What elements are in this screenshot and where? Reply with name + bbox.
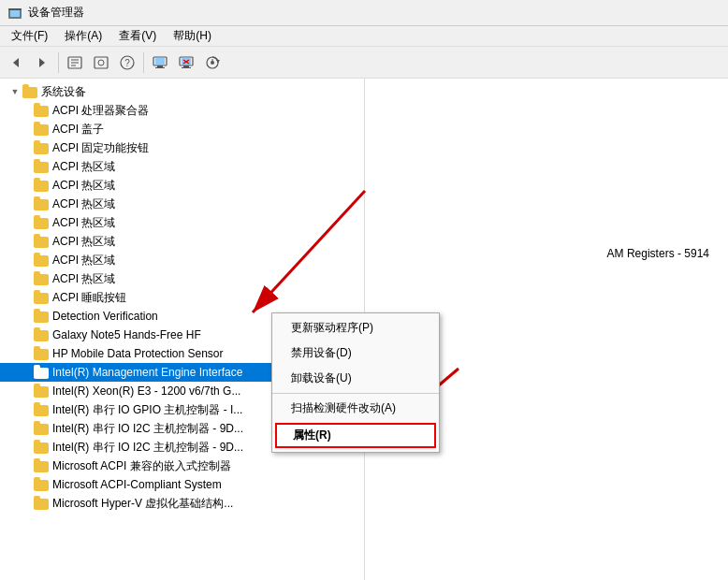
tree-item[interactable]: ACPI 热区域 bbox=[0, 269, 364, 288]
tree-item[interactable]: ACPI 盖子 bbox=[0, 120, 364, 138]
tree-item-label: ACPI 热区域 bbox=[52, 253, 115, 268]
expand-icon[interactable]: ▼ bbox=[7, 84, 22, 99]
svg-rect-22 bbox=[182, 67, 191, 68]
leaf-spacer bbox=[19, 496, 34, 511]
leaf-spacer bbox=[19, 159, 34, 174]
device-folder-icon bbox=[34, 178, 49, 193]
ctx-item-update-driver[interactable]: 更新驱动程序(P) bbox=[272, 315, 439, 341]
leaf-spacer bbox=[19, 458, 34, 473]
device-folder-icon bbox=[34, 103, 49, 118]
tree-item-label: Intel(R) Management Engine Interface bbox=[52, 366, 242, 379]
forward-button[interactable] bbox=[30, 51, 54, 75]
tree-item-label: Intel(R) 串行 IO I2C 主机控制器 - 9D... bbox=[52, 440, 243, 456]
leaf-spacer bbox=[19, 290, 34, 305]
svg-rect-15 bbox=[157, 65, 163, 67]
svg-marker-3 bbox=[13, 58, 19, 67]
tree-item-label: ACPI 盖子 bbox=[52, 122, 104, 138]
device-folder-icon bbox=[34, 458, 49, 473]
leaf-spacer bbox=[19, 327, 34, 342]
device-folder-icon bbox=[34, 290, 49, 305]
ctx-separator bbox=[272, 393, 439, 394]
tree-item[interactable]: ACPI 热区域 bbox=[0, 176, 364, 195]
tree-item-label: Intel(R) Xeon(R) E3 - 1200 v6/7th G... bbox=[52, 384, 240, 398]
svg-marker-24 bbox=[216, 60, 220, 63]
tree-item[interactable]: ACPI 睡眠按钮 bbox=[0, 288, 364, 307]
tree-item-label: ACPI 睡眠按钮 bbox=[52, 290, 126, 306]
leaf-spacer bbox=[19, 477, 34, 492]
svg-rect-16 bbox=[155, 67, 165, 68]
leaf-spacer bbox=[19, 440, 34, 455]
menu-action[interactable]: 操作(A) bbox=[57, 26, 109, 46]
device-folder-icon bbox=[34, 496, 49, 511]
tree-root[interactable]: ▼ 系统设备 bbox=[0, 82, 364, 101]
properties-toolbar-button[interactable] bbox=[63, 51, 87, 75]
help-button[interactable]: ? bbox=[115, 51, 139, 75]
tree-item[interactable]: ACPI 固定功能按钮 bbox=[0, 138, 364, 157]
tree-item-label: ACPI 处理器聚合器 bbox=[52, 103, 149, 119]
svg-rect-14 bbox=[155, 58, 165, 65]
main-content: ▼ 系统设备 ACPI 处理器聚合器 ACPI 盖子 ACPI 固定功能按钮 A… bbox=[0, 79, 728, 580]
show-hidden-button[interactable] bbox=[89, 51, 113, 75]
tree-item[interactable]: ACPI 热区域 bbox=[0, 232, 364, 251]
menu-view[interactable]: 查看(V) bbox=[111, 26, 164, 46]
tree-item-label: ACPI 固定功能按钮 bbox=[52, 140, 149, 156]
tree-item-label: ACPI 热区域 bbox=[52, 196, 115, 212]
device-folder-icon bbox=[34, 122, 49, 137]
tree-item[interactable]: ACPI 热区域 bbox=[0, 157, 364, 176]
device-folder-icon bbox=[34, 271, 49, 286]
tree-item[interactable]: ACPI 热区域 bbox=[0, 213, 364, 232]
tree-item[interactable]: ACPI 处理器聚合器 bbox=[0, 101, 364, 120]
device-folder-icon bbox=[34, 346, 49, 361]
tree-item-label: HP Mobile Data Protection Sensor bbox=[52, 347, 224, 360]
device-folder-icon bbox=[34, 440, 49, 455]
tree-item-label: Microsoft Hyper-V 虚拟化基础结构... bbox=[52, 496, 233, 512]
tree-item-label: Microsoft ACPI 兼容的嵌入式控制器 bbox=[52, 458, 231, 474]
tree-item[interactable]: ACPI 热区域 bbox=[0, 251, 364, 269]
device-folder-icon bbox=[34, 365, 49, 380]
svg-marker-4 bbox=[39, 58, 45, 67]
leaf-spacer bbox=[19, 140, 34, 155]
toolbar: ? bbox=[0, 47, 728, 79]
tree-item-label: Intel(R) 串行 IO GPIO 主机控制器 - I... bbox=[52, 402, 242, 418]
device-folder-icon bbox=[34, 309, 49, 324]
window-title: 设备管理器 bbox=[28, 5, 84, 21]
leaf-spacer bbox=[19, 384, 34, 399]
device-folder-icon bbox=[34, 384, 49, 399]
menu-help[interactable]: 帮助(H) bbox=[166, 26, 219, 46]
tree-item[interactable]: Microsoft Hyper-V 虚拟化基础结构... bbox=[0, 494, 364, 513]
svg-rect-1 bbox=[10, 10, 20, 17]
tree-item[interactable]: Microsoft ACPI 兼容的嵌入式控制器 bbox=[0, 457, 364, 475]
folder-icon bbox=[22, 84, 37, 99]
leaf-spacer bbox=[19, 421, 34, 436]
menu-file[interactable]: 文件(F) bbox=[4, 26, 55, 46]
tree-item-label: ACPI 热区域 bbox=[52, 234, 115, 250]
ctx-item-disable-device[interactable]: 禁用设备(D) bbox=[272, 341, 439, 366]
device-folder-icon bbox=[34, 196, 49, 211]
toolbar-separator-2 bbox=[143, 52, 144, 73]
right-panel-text: AM Registers - 5914 bbox=[607, 247, 709, 260]
leaf-spacer bbox=[19, 402, 34, 417]
device-folder-icon bbox=[34, 477, 49, 492]
svg-rect-2 bbox=[8, 8, 22, 10]
device-folder-icon bbox=[34, 159, 49, 174]
tree-item-label: ACPI 热区域 bbox=[52, 215, 115, 231]
uninstall-toolbar-button[interactable] bbox=[174, 51, 198, 75]
tree-item[interactable]: ACPI 热区域 bbox=[0, 195, 364, 213]
leaf-spacer bbox=[19, 271, 34, 286]
leaf-spacer bbox=[19, 215, 34, 230]
computer-button[interactable] bbox=[148, 51, 172, 75]
tree-item-label: Detection Verification bbox=[52, 310, 158, 323]
ctx-item-uninstall-device[interactable]: 卸载设备(U) bbox=[272, 366, 439, 391]
tree-item[interactable]: Microsoft ACPI-Compliant System bbox=[0, 475, 364, 494]
title-bar: 设备管理器 bbox=[0, 0, 728, 26]
leaf-spacer bbox=[19, 346, 34, 361]
ctx-item-scan-hardware[interactable]: 扫描检测硬件改动(A) bbox=[272, 396, 439, 421]
leaf-spacer bbox=[19, 253, 34, 268]
svg-point-10 bbox=[98, 60, 104, 65]
device-folder-icon bbox=[34, 327, 49, 342]
device-folder-icon bbox=[34, 215, 49, 230]
back-button[interactable] bbox=[4, 51, 28, 75]
tree-item-label: Microsoft ACPI-Compliant System bbox=[52, 478, 222, 491]
scan-button[interactable] bbox=[200, 51, 225, 75]
ctx-item-properties[interactable]: 属性(R) bbox=[275, 423, 436, 448]
